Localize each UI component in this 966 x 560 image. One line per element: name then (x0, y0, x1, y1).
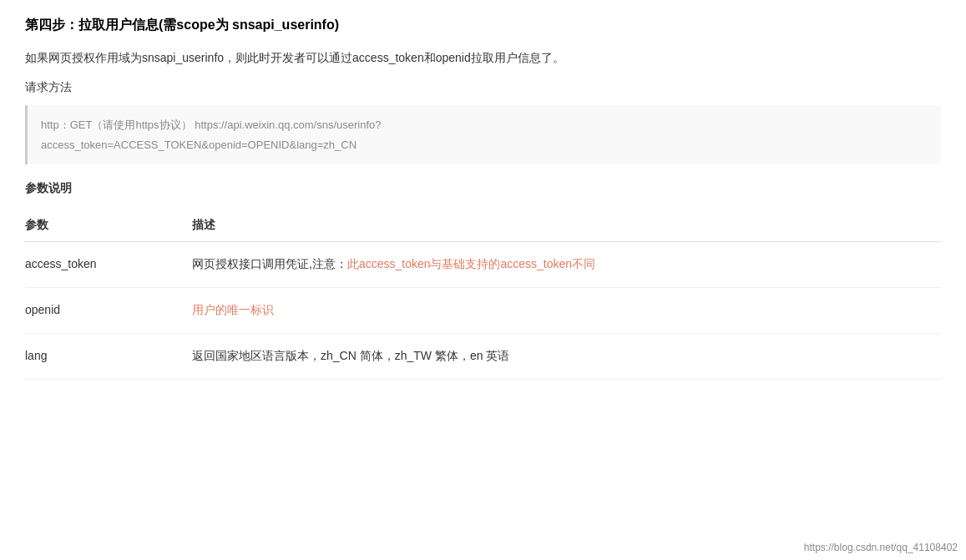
step-section: 第四步：拉取用户信息(需scope为 snsapi_userinfo) 如果网页… (25, 17, 941, 380)
param-openid: openid (25, 287, 192, 333)
desc-openid: 用户的唯一标识 (192, 287, 941, 333)
table-row: lang 返回国家地区语言版本，zh_CN 简体，zh_TW 繁体，en 英语 (25, 333, 941, 379)
desc-openid-link[interactable]: 用户的唯一标识 (192, 303, 274, 316)
step-description: 如果网页授权作用域为snsapi_userinfo，则此时开发者可以通过acce… (25, 48, 941, 68)
col-header-param: 参数 (25, 209, 192, 242)
col-header-desc: 描述 (192, 209, 941, 242)
params-title: 参数说明 (25, 181, 941, 196)
param-lang: lang (25, 333, 192, 379)
desc-text-before: 网页授权接口调用凭证,注意： (192, 257, 347, 270)
desc-access-token: 网页授权接口调用凭证,注意：此access_token与基础支持的access_… (192, 241, 941, 287)
table-row: openid 用户的唯一标识 (25, 287, 941, 333)
table-row: access_token 网页授权接口调用凭证,注意：此access_token… (25, 241, 941, 287)
footer: https://blog.csdn.net/qq_41108402 (804, 542, 958, 553)
request-label: 请求方法 (25, 80, 941, 95)
step-title: 第四步：拉取用户信息(需scope为 snsapi_userinfo) (25, 17, 941, 34)
desc-lang: 返回国家地区语言版本，zh_CN 简体，zh_TW 繁体，en 英语 (192, 333, 941, 379)
code-line-2: access_token=ACCESS_TOKEN&openid=OPENID&… (41, 135, 928, 154)
footer-link[interactable]: https://blog.csdn.net/qq_41108402 (804, 542, 958, 553)
code-line-1: http：GET（请使用https协议） https://api.weixin.… (41, 115, 928, 134)
code-block: http：GET（请使用https协议） https://api.weixin.… (25, 105, 941, 164)
desc-link[interactable]: 此access_token与基础支持的access_token不同 (347, 257, 595, 270)
params-table: 参数 描述 access_token 网页授权接口调用凭证,注意：此access… (25, 209, 941, 380)
param-access-token: access_token (25, 241, 192, 287)
